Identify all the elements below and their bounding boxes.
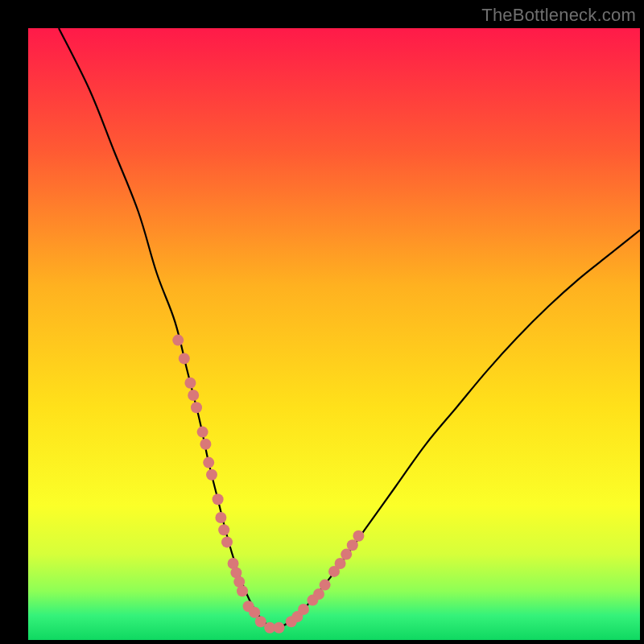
data-point [221,536,233,547]
data-point [188,390,199,401]
data-point [353,530,364,542]
data-point [347,539,358,551]
data-point [215,512,226,523]
plot-area [28,28,640,640]
data-point [335,558,346,569]
watermark-text: TheBottleneck.com [481,5,636,26]
chart-frame: TheBottleneck.com [0,0,644,644]
chart-svg [28,28,640,640]
data-point [249,607,260,618]
data-point [184,378,196,389]
data-point [203,457,214,469]
data-point [320,580,331,591]
data-point [274,622,285,634]
data-point [191,402,202,413]
data-point [213,493,224,505]
data-point [179,353,190,364]
data-point [197,427,208,438]
data-point [172,335,184,346]
data-point [218,524,229,535]
gradient-background [28,28,640,640]
data-point [206,469,217,481]
data-point [298,604,309,615]
data-point [200,439,211,450]
data-point [313,588,324,600]
data-point [341,549,352,560]
data-point [255,616,266,627]
data-point [237,585,248,597]
